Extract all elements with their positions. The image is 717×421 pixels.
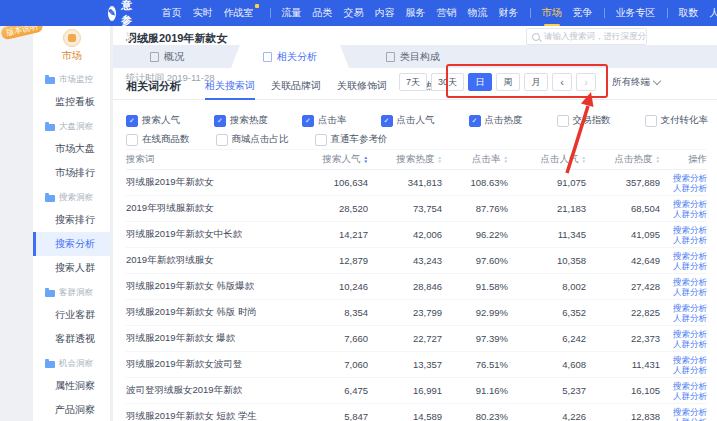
table-header: 搜索词搜索人气▲▼搜索热度▲▼点击率▲▼点击人气▲▼点击热度▲▼操作 bbox=[126, 149, 707, 170]
keyword-search-input[interactable]: 请输入搜索词，进行深度分析 bbox=[526, 28, 647, 45]
metric-cell: 12,838 bbox=[631, 411, 660, 421]
sidebar-item[interactable]: 产品洞察 bbox=[33, 398, 110, 421]
sort-icon[interactable]: ▲▼ bbox=[582, 156, 586, 163]
sidebar-item[interactable]: 客群透视 bbox=[33, 327, 110, 351]
prev-page-button[interactable]: ‹ bbox=[552, 73, 572, 91]
metric-checkbox-item[interactable]: ✓搜索人气 bbox=[126, 114, 180, 127]
nav-item[interactable]: 市场 bbox=[542, 0, 562, 27]
keyword-cell: 羽绒服2019年新款女波司登 bbox=[126, 358, 242, 371]
metric-cell: 341,813 bbox=[408, 177, 442, 188]
sidebar-item[interactable]: 市场排行 bbox=[33, 161, 110, 185]
nav-item[interactable]: 物流 bbox=[468, 0, 488, 27]
metric-checkbox-item[interactable]: ✓点击热度 bbox=[469, 114, 523, 127]
nav-item[interactable]: 服务 bbox=[406, 0, 426, 27]
metric-checkbox-item[interactable]: 支付转化率 bbox=[645, 114, 709, 127]
nav-item[interactable]: 流量 bbox=[282, 0, 302, 27]
metric-checkbox-item[interactable]: ✓搜索热度 bbox=[214, 114, 268, 127]
nav-item[interactable]: 财务 bbox=[499, 0, 519, 27]
range-button[interactable]: 7天 bbox=[399, 73, 427, 91]
search-analysis-link[interactable]: 搜索分析 bbox=[673, 303, 707, 313]
nav-divider bbox=[270, 8, 271, 18]
metric-checkbox-item[interactable]: 交易指数 bbox=[557, 114, 611, 127]
sidebar-item[interactable]: 搜索分析 bbox=[33, 232, 110, 256]
column-header[interactable]: 点击率▲▼ bbox=[472, 153, 508, 166]
crowd-analysis-link[interactable]: 人群分析 bbox=[673, 183, 707, 193]
metric-checkbox-item[interactable]: ✓点击率 bbox=[302, 114, 347, 127]
range-button[interactable]: 30天 bbox=[431, 73, 464, 91]
crowd-analysis-link[interactable]: 人群分析 bbox=[673, 365, 707, 375]
checkbox-icon: ✓ bbox=[126, 115, 138, 127]
nav-item[interactable]: 内容 bbox=[375, 0, 395, 27]
next-page-button[interactable]: › bbox=[576, 73, 596, 91]
search-analysis-link[interactable]: 搜索分析 bbox=[673, 277, 707, 287]
document-icon bbox=[386, 52, 395, 62]
column-header[interactable]: 点击人气▲▼ bbox=[541, 153, 586, 166]
nav-item[interactable]: 交易 bbox=[344, 0, 364, 27]
nav-item[interactable]: 作战室 bbox=[224, 0, 259, 27]
sidebar-item[interactable]: 监控看板 bbox=[33, 90, 110, 114]
nav-item[interactable]: 取数 bbox=[679, 0, 699, 27]
column-header[interactable]: 搜索热度▲▼ bbox=[397, 153, 442, 166]
terminal-dropdown[interactable]: 所有终端 bbox=[612, 76, 660, 89]
crowd-analysis-link[interactable]: 人群分析 bbox=[673, 287, 707, 297]
search-analysis-link[interactable]: 搜索分析 bbox=[673, 173, 707, 183]
metric-cell: 7,060 bbox=[344, 359, 368, 370]
search-analysis-link[interactable]: 搜索分析 bbox=[673, 199, 707, 209]
analysis-tab[interactable]: 关联品牌词 bbox=[271, 79, 321, 100]
tab[interactable]: 类目构成 bbox=[363, 45, 463, 68]
sidebar-item[interactable]: 搜索排行 bbox=[33, 208, 110, 232]
sort-icon[interactable]: ▲▼ bbox=[656, 156, 660, 163]
metric-label: 点击率 bbox=[318, 114, 347, 127]
metric-cell: 7,660 bbox=[344, 333, 368, 344]
search-analysis-link[interactable]: 搜索分析 bbox=[673, 355, 707, 365]
column-header[interactable]: 搜索人气▲▼ bbox=[323, 153, 368, 166]
metric-checkbox-item[interactable]: ✓点击人气 bbox=[381, 114, 435, 127]
sort-icon[interactable]: ▲▼ bbox=[364, 156, 368, 163]
analysis-tab[interactable]: 关联修饰词 bbox=[337, 79, 387, 100]
sidebar-item[interactable]: 行业客群 bbox=[33, 303, 110, 327]
sidebar-item[interactable]: 属性洞察 bbox=[33, 374, 110, 398]
analysis-tab[interactable]: 相关搜索词 bbox=[205, 79, 255, 100]
nav-item[interactable]: 竞争 bbox=[573, 0, 593, 27]
search-analysis-link[interactable]: 搜索分析 bbox=[673, 329, 707, 339]
search-analysis-link[interactable]: 搜索分析 bbox=[673, 225, 707, 235]
metric-cell: 108.63% bbox=[470, 177, 508, 188]
crowd-analysis-link[interactable]: 人群分析 bbox=[673, 339, 707, 349]
nav-item[interactable]: 营销 bbox=[437, 0, 457, 27]
market-module-icon bbox=[63, 29, 81, 47]
crowd-analysis-link[interactable]: 人群分析 bbox=[673, 235, 707, 245]
nav-item[interactable]: 人群管理 bbox=[710, 0, 717, 27]
search-analysis-link[interactable]: 搜索分析 bbox=[673, 407, 707, 417]
sidebar-item[interactable]: 搜索人群 bbox=[33, 256, 110, 280]
granularity-button[interactable]: 日 bbox=[468, 73, 492, 91]
tab[interactable]: 概况 bbox=[117, 45, 217, 68]
title-row: 羽绒服2019年新款女 请输入搜索词，进行深度分析 bbox=[113, 26, 717, 45]
crowd-analysis-link[interactable]: 人群分析 bbox=[673, 313, 707, 323]
granularity-button[interactable]: 周 bbox=[496, 73, 520, 91]
search-analysis-link[interactable]: 搜索分析 bbox=[673, 381, 707, 391]
tab[interactable]: 相关分析 bbox=[231, 45, 349, 68]
nav-item[interactable]: 品类 bbox=[313, 0, 333, 27]
metric-checkbox-item[interactable]: 商城点击占比 bbox=[216, 133, 289, 146]
column-header[interactable]: 点击热度▲▼ bbox=[615, 153, 660, 166]
brand[interactable]: ✎ 生意参谋 bbox=[108, 0, 140, 43]
metric-label: 直通车参考价 bbox=[331, 133, 388, 146]
sidebar-section-label: 客群洞察 bbox=[33, 280, 110, 303]
crowd-analysis-link[interactable]: 人群分析 bbox=[673, 261, 707, 271]
crowd-analysis-link[interactable]: 人群分析 bbox=[673, 391, 707, 401]
nav-item[interactable]: 实时 bbox=[193, 0, 213, 27]
table-body: 羽绒服2019年新款女106,634341,813108.63%91,07535… bbox=[126, 170, 707, 421]
nav-item[interactable]: 首页 bbox=[162, 0, 182, 27]
action-cell: 搜索分析人群分析 bbox=[673, 329, 707, 349]
table-row: 波司登羽绒服女2019年新款6,47516,99191.16%5,23716,1… bbox=[126, 378, 707, 404]
nav-item[interactable]: 业务专区 bbox=[616, 0, 656, 27]
metric-checkbox-item[interactable]: 直通车参考价 bbox=[315, 133, 388, 146]
sort-icon[interactable]: ▲▼ bbox=[438, 156, 442, 163]
search-analysis-link[interactable]: 搜索分析 bbox=[673, 251, 707, 261]
sort-icon[interactable]: ▲▼ bbox=[504, 156, 508, 163]
sidebar-item[interactable]: 市场大盘 bbox=[33, 137, 110, 161]
crowd-analysis-link[interactable]: 人群分析 bbox=[673, 209, 707, 219]
crowd-analysis-link[interactable]: 人群分析 bbox=[673, 417, 707, 421]
granularity-button[interactable]: 月 bbox=[524, 73, 548, 91]
metric-checkbox-item[interactable]: 在线商品数 bbox=[126, 133, 190, 146]
